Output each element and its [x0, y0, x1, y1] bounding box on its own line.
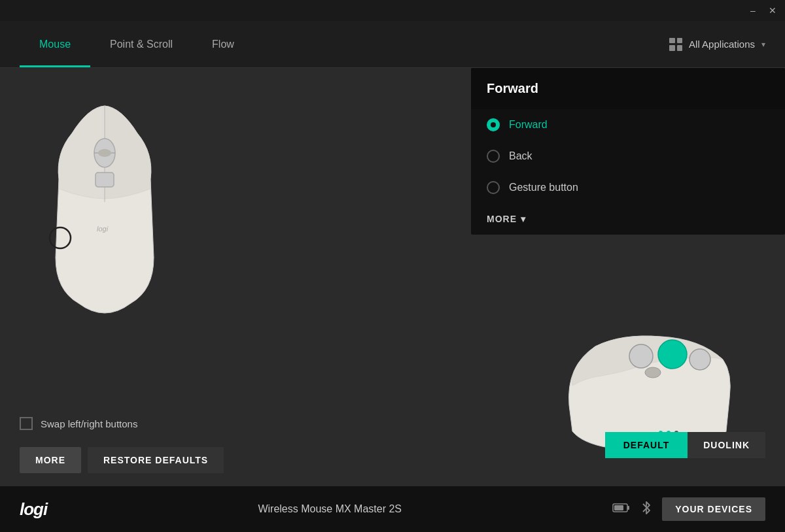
nav-bar: Mouse Point & Scroll Flow All Applicatio… — [0, 21, 785, 68]
tab-flow[interactable]: Flow — [192, 21, 254, 67]
radio-back — [487, 150, 500, 163]
svg-point-8 — [658, 340, 687, 369]
bottom-btn-row: MORE RESTORE DEFAULTS — [20, 447, 224, 473]
title-bar: – ✕ — [0, 0, 785, 21]
duolink-button[interactable]: DUOLINK — [688, 432, 765, 458]
svg-point-9 — [689, 349, 710, 370]
svg-rect-16 — [614, 505, 623, 510]
dropdown-more[interactable]: MORE ▾ — [471, 203, 785, 235]
right-controls: DEFAULT DUOLINK — [605, 432, 765, 458]
your-devices-button[interactable]: YOUR DEVICES — [662, 497, 765, 521]
swap-buttons-checkbox[interactable] — [20, 417, 33, 430]
battery-icon — [612, 502, 631, 517]
dropdown-option-back[interactable]: Back — [471, 141, 785, 172]
close-button[interactable]: ✕ — [767, 5, 778, 16]
restore-defaults-button[interactable]: RESTORE DEFAULTS — [88, 447, 224, 473]
app-selector[interactable]: All Applications ▾ — [669, 38, 765, 51]
dropdown-option-gesture[interactable]: Gesture button — [471, 172, 785, 203]
bottom-controls: Swap left/right buttons MORE RESTORE DEF… — [0, 417, 785, 473]
swap-buttons-area: Swap left/right buttons — [20, 417, 224, 430]
option-gesture-label: Gesture button — [509, 182, 578, 193]
mouse-front-view: logi — [20, 88, 190, 323]
svg-rect-15 — [627, 506, 629, 510]
minimize-button[interactable]: – — [747, 5, 759, 16]
svg-text:logi: logi — [97, 225, 109, 233]
app-grid-icon — [669, 38, 682, 51]
dropdown-option-forward[interactable]: Forward — [471, 109, 785, 141]
svg-point-10 — [645, 367, 661, 378]
svg-point-3 — [98, 149, 111, 157]
logi-logo: logi — [20, 499, 47, 520]
option-back-label: Back — [509, 150, 532, 162]
dropdown-header: Forward — [471, 68, 785, 109]
option-forward-label: Forward — [509, 119, 548, 131]
radio-forward — [487, 118, 500, 131]
swap-buttons-label: Swap left/right buttons — [41, 418, 137, 429]
app-selector-label: All Applications — [689, 39, 755, 50]
dropdown-panel: Forward Forward Back Gesture button MORE… — [471, 68, 785, 235]
chevron-down-icon: ▾ — [761, 40, 765, 49]
bluetooth-icon — [641, 501, 652, 518]
tab-point-scroll[interactable]: Point & Scroll — [90, 21, 192, 67]
more-button[interactable]: MORE — [20, 447, 81, 473]
status-bar: logi Wireless Mouse MX Master 2S YOUR DE… — [0, 486, 785, 532]
tab-mouse[interactable]: Mouse — [20, 21, 90, 67]
svg-point-7 — [629, 344, 653, 368]
status-icons: YOUR DEVICES — [612, 497, 765, 521]
dropdown-more-label: MORE — [487, 214, 517, 224]
svg-rect-4 — [96, 173, 114, 187]
dropdown-more-chevron: ▾ — [521, 214, 526, 224]
device-name: Wireless Mouse MX Master 2S — [47, 503, 612, 515]
radio-gesture — [487, 181, 500, 194]
default-button[interactable]: DEFAULT — [605, 432, 688, 458]
